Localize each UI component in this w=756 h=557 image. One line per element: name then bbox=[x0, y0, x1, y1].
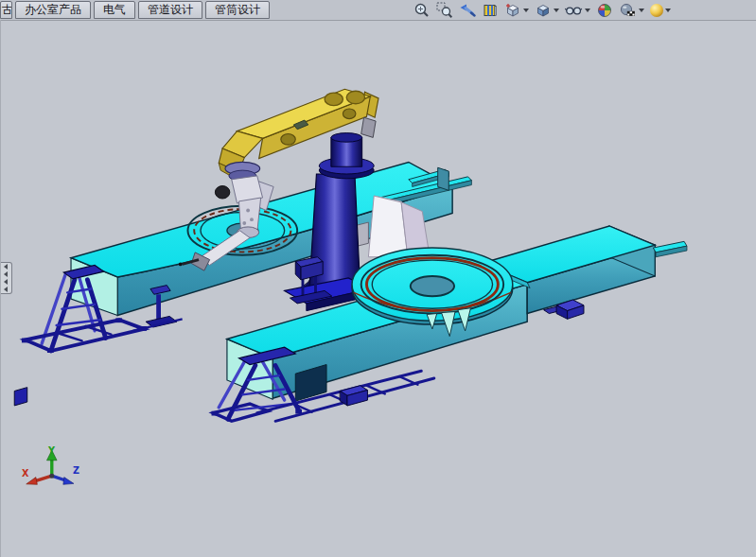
front-slewing-ring[interactable] bbox=[352, 248, 513, 324]
command-tabs: 古 办公室产品 电气 管道设计 管筒设计 bbox=[0, 1, 270, 19]
triad-x-label: X bbox=[22, 468, 29, 479]
section-view-icon[interactable] bbox=[482, 2, 499, 19]
hide-show-items-icon[interactable] bbox=[565, 2, 590, 19]
view-settings-ball bbox=[650, 4, 663, 17]
tab-piping-design[interactable]: 管道设计 bbox=[138, 1, 202, 19]
display-style-caret[interactable] bbox=[554, 9, 559, 12]
robot-pedestal[interactable] bbox=[319, 133, 374, 179]
zoom-to-fit-icon[interactable] bbox=[413, 2, 431, 19]
triad-z-label: Z bbox=[73, 465, 79, 476]
tab-electrical[interactable]: 电气 bbox=[94, 1, 135, 19]
apply-scene-icon[interactable] bbox=[619, 2, 644, 19]
tab-tubing-design[interactable]: 管筒设计 bbox=[205, 1, 270, 19]
previous-view-icon[interactable] bbox=[459, 2, 476, 19]
hide-show-items-caret[interactable] bbox=[585, 9, 590, 12]
corner-fragment[interactable] bbox=[14, 388, 27, 406]
apply-scene-caret[interactable] bbox=[639, 9, 644, 12]
display-style-icon[interactable] bbox=[535, 2, 559, 19]
graphics-viewport[interactable]: Y X Z bbox=[0, 20, 756, 557]
triad-y-label: Y bbox=[47, 445, 56, 456]
view-settings-caret[interactable] bbox=[665, 9, 671, 12]
headsup-view-toolbar bbox=[413, 1, 671, 19]
view-settings-icon[interactable] bbox=[650, 4, 671, 17]
solidworks-window: 古 办公室产品 电气 管道设计 管筒设计 bbox=[0, 0, 756, 557]
view-orientation-icon[interactable] bbox=[504, 2, 529, 19]
edit-appearance-icon[interactable] bbox=[596, 2, 613, 19]
zoom-to-area-icon[interactable] bbox=[436, 2, 453, 19]
model-scene: Y X Z bbox=[1, 20, 756, 557]
view-orientation-caret[interactable] bbox=[523, 9, 529, 12]
rail-bracket-box[interactable] bbox=[341, 386, 368, 406]
tab-office-products[interactable]: 办公室产品 bbox=[15, 1, 91, 19]
command-manager-strip: 古 办公室产品 电气 管道设计 管筒设计 bbox=[0, 0, 756, 21]
tab-partial[interactable]: 古 bbox=[0, 1, 12, 19]
orientation-triad: Y X Z bbox=[22, 445, 79, 484]
